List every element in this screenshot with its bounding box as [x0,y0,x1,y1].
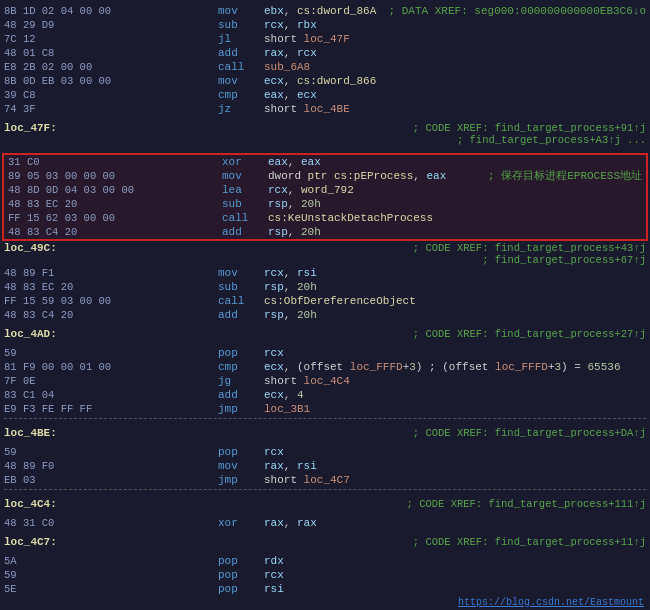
asm-line: 48 31 C0xorrax, rax [0,516,650,530]
asm-line: 74 3Fjzshort loc_4BE [0,102,650,116]
bytes: 5E [4,582,134,596]
comment: ; DATA XREF: seg000:000000000000EB3C6↓o [389,4,646,18]
bytes: 74 3F [4,102,134,116]
bytes: E9 F3 FE FF FF [4,402,134,416]
asm-line: 5Apoprdx [0,554,650,568]
mnemonic: mov [214,459,264,473]
operands: rsi [264,582,646,596]
bytes: 89 05 03 00 00 00 [8,169,138,183]
bytes: E8 2B 02 00 00 [4,60,134,74]
label-single-block: loc_4AD:; CODE XREF: find_target_process… [0,328,650,340]
operands: rax, rcx [264,46,646,60]
asm-line: 48 83 EC 20subrsp, 20h [0,280,650,294]
operands: rsp, 20h [268,225,642,239]
operands: eax, ecx [264,88,646,102]
operands: rsp, 20h [268,197,642,211]
operands: rcx, word_792 [268,183,642,197]
mnemonic: mov [214,4,264,18]
bytes: 5A [4,554,134,568]
operands: ebx, cs:dword_86A [264,4,381,18]
asm-line: 48 89 F0movrax, rsi [0,459,650,473]
asm-line: 7C 12jlshort loc_47F [0,32,650,46]
bytes: 81 F9 00 00 01 00 [4,360,134,374]
bytes: EB 03 [4,473,134,487]
asm-line: 48 83 C4 20addrsp, 20h [0,308,650,322]
operands: ecx, (offset loc_FFFD+3) ; (offset loc_F… [264,360,646,374]
bytes: 48 83 C4 20 [4,308,134,322]
operands: sub_6A8 [264,60,646,74]
operands: eax, eax [268,155,642,169]
operands: ecx, 4 [264,388,646,402]
main-container: 8B 1D 02 04 00 00movebx, cs:dword_86A; D… [0,0,650,610]
asm-line: 7F 0Ejgshort loc_4C4 [0,374,650,388]
label-single-block: loc_4C4:; CODE XREF: find_target_process… [0,498,650,510]
mnemonic: mov [218,169,268,183]
bytes: 48 29 D9 [4,18,134,32]
mnemonic: lea [218,183,268,197]
bytes: 48 83 EC 20 [4,280,134,294]
comment: ; 保存目标进程EPROCESS地址 [488,169,642,183]
asm-line: 59poprcx [0,346,650,360]
mnemonic: pop [214,445,264,459]
bytes: 48 83 C4 20 [8,225,138,239]
asm-line: 39 C8cmpeax, ecx [0,88,650,102]
bytes: 48 89 F1 [4,266,134,280]
bytes: 7F 0E [4,374,134,388]
asm-line: E9 F3 FE FF FFjmploc_3B1 [0,402,650,416]
asm-line: 48 83 EC 20subrsp, 20h [4,197,646,211]
mnemonic: pop [214,568,264,582]
operands: rcx [264,568,646,582]
mnemonic: sub [214,280,264,294]
asm-line: 5Epoprsi [0,582,650,596]
mnemonic: jmp [214,402,264,416]
bytes: 48 89 F0 [4,459,134,473]
mnemonic: call [214,294,264,308]
mnemonic: mov [214,74,264,88]
mnemonic: mov [214,266,264,280]
operands: ecx, cs:dword_866 [264,74,646,88]
asm-line: 81 F9 00 00 01 00cmpecx, (offset loc_FFF… [0,360,650,374]
mnemonic: add [214,46,264,60]
asm-line: FF 15 62 03 00 00callcs:KeUnstackDetachP… [4,211,646,225]
bytes: 48 8D 0D 04 03 00 00 [8,183,138,197]
mnemonic: sub [218,197,268,211]
asm-line: 59poprcx [0,568,650,582]
mnemonic: pop [214,554,264,568]
bytes: 83 C1 04 [4,388,134,402]
mnemonic: jg [214,374,264,388]
mnemonic: call [214,60,264,74]
asm-line: 48 89 F1movrcx, rsi [0,266,650,280]
mnemonic: jmp [214,473,264,487]
bytes: FF 15 59 03 00 00 [4,294,134,308]
asm-content: 8B 1D 02 04 00 00movebx, cs:dword_86A; D… [0,4,650,596]
asm-line: 59poprcx [0,445,650,459]
operands: rsp, 20h [264,280,646,294]
asm-line: 89 05 03 00 00 00movdword ptr cs:pEProce… [4,169,646,183]
label-xref-block: loc_47F:; CODE XREF: find_target_process… [0,122,650,146]
bytes: 39 C8 [4,88,134,102]
operands: rcx, rbx [264,18,646,32]
operands: short loc_4C7 [264,473,646,487]
mnemonic: call [218,211,268,225]
bytes: 59 [4,346,134,360]
bytes: 8B 1D 02 04 00 00 [4,4,134,18]
operands: short loc_4C4 [264,374,646,388]
bytes: 59 [4,445,134,459]
mnemonic: pop [214,346,264,360]
mnemonic: cmp [214,360,264,374]
operands: dword ptr cs:pEProcess, eax [268,169,480,183]
operands: short loc_4BE [264,102,646,116]
label-single-block: loc_4BE:; CODE XREF: find_target_process… [0,427,650,439]
asm-line: 8B 1D 02 04 00 00movebx, cs:dword_86A; D… [0,4,650,18]
operands: rdx [264,554,646,568]
bytes: 48 01 C8 [4,46,134,60]
bytes: 48 31 C0 [4,516,134,530]
bytes: 48 83 EC 20 [8,197,138,211]
watermark: https://blog.csdn.net/Eastmount [458,597,644,608]
mnemonic: add [218,225,268,239]
operands: cs:KeUnstackDetachProcess [268,211,642,225]
asm-line: 83 C1 04addecx, 4 [0,388,650,402]
operands: loc_3B1 [264,402,646,416]
asm-line: EB 03jmpshort loc_4C7 [0,473,650,487]
bytes: 31 C0 [8,155,138,169]
